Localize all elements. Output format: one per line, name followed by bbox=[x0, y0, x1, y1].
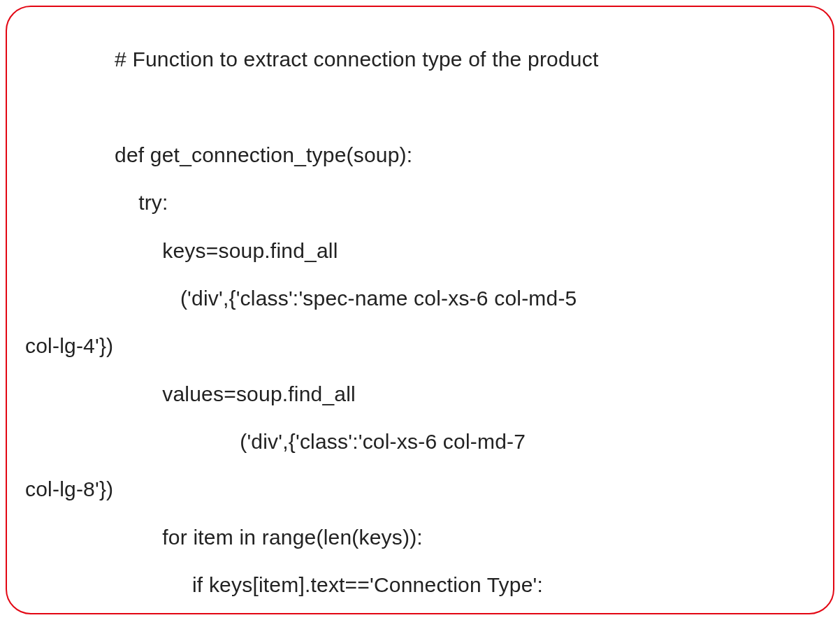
code-content: # Function to extract connection type of… bbox=[115, 24, 815, 620]
code-line: # Function to extract connection type of… bbox=[115, 48, 815, 71]
code-line-wrap: col-lg-4'}) bbox=[25, 334, 815, 358]
blank-line bbox=[115, 96, 815, 120]
code-line: values=soup.find_all bbox=[115, 382, 815, 406]
code-line: ('div',{'class':'spec-name col-xs-6 col-… bbox=[115, 287, 815, 310]
code-line: if keys[item].text=='Connection Type': bbox=[115, 573, 815, 597]
code-line: ('div',{'class':'col-xs-6 col-md-7 bbox=[115, 430, 815, 454]
code-line: def get_connection_type(soup): bbox=[115, 143, 815, 167]
code-line: keys=soup.find_all bbox=[115, 239, 815, 263]
code-line-wrap: col-lg-8'}) bbox=[25, 477, 815, 501]
code-box: # Function to extract connection type of… bbox=[6, 6, 834, 614]
code-line: for item in range(len(keys)): bbox=[115, 526, 815, 549]
code-line: try: bbox=[115, 191, 815, 215]
